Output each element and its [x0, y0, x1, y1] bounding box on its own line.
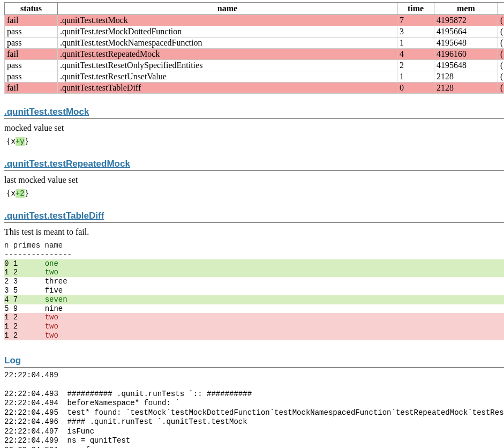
cell-mem: 4195648: [434, 60, 498, 71]
log-heading: Log: [4, 355, 504, 368]
cell-time: 4: [397, 49, 434, 60]
diff-post: }: [25, 189, 29, 198]
tablediff-row: 1 2 two: [4, 268, 504, 277]
table-row: fail.qunitTest.testRepeatedMock44196160(: [5, 49, 505, 60]
table-row: pass.qunitTest.testMockNamespacedFunctio…: [5, 38, 505, 49]
log-output: 22:22:04.489 22:22:04.493 ########## .qu…: [4, 371, 504, 448]
cell-extra: (: [498, 49, 505, 60]
col-name: name: [58, 3, 397, 15]
cell-extra: (: [498, 60, 505, 71]
cell-mem: 4195872: [434, 15, 498, 26]
tablediff-name: five: [45, 286, 63, 295]
diff-pre: {x: [6, 189, 16, 198]
tablediff-name: two: [45, 331, 58, 340]
results-header-row: status name time mem: [5, 3, 505, 15]
table-row: pass.qunitTest.testResetUnsetValue12128(: [5, 71, 505, 83]
tablediff-name: nine: [45, 304, 63, 313]
tablediff-row: 1 2 two: [4, 331, 504, 340]
tablediff-row: 0 1 one: [4, 259, 504, 268]
table-row: fail.qunitTest.testMock74195872(: [5, 15, 505, 26]
cell-status: fail: [5, 83, 58, 94]
tablediff-row: 5 9 nine: [4, 304, 504, 313]
table-row: pass.qunitTest.testMockDottedFunction341…: [5, 26, 505, 38]
cell-time: 0: [397, 83, 434, 94]
table-row: fail.qunitTest.testTableDiff02128(: [5, 83, 505, 94]
section-title-mock: .qunitTest.testMock: [4, 107, 504, 119]
cell-time: 3: [397, 26, 434, 38]
diff-repeated: {x+2}: [6, 189, 504, 198]
tablediff-left: 4 7: [4, 295, 45, 304]
cell-status: pass: [5, 60, 58, 71]
cell-time: 2: [397, 60, 434, 71]
col-status: status: [5, 3, 58, 15]
section-link-repeated[interactable]: .qunitTest.testRepeatedMock: [4, 159, 130, 169]
section-link-mock[interactable]: .qunitTest.testMock: [4, 107, 89, 117]
tablediff-name: two: [45, 268, 58, 277]
section-desc-mock: mocked value set: [4, 123, 504, 133]
section-link-tablediff[interactable]: .qunitTest.testTableDiff: [4, 211, 104, 221]
tablediff-left: 1 2: [4, 268, 45, 277]
section-desc-tablediff: This test is meant to fail.: [4, 227, 504, 237]
tablediff-left: 0 1: [4, 259, 45, 268]
cell-mem: 4196160: [434, 49, 498, 60]
cell-name: .qunitTest.testMock: [58, 15, 397, 26]
tablediff-row: 3 5 five: [4, 286, 504, 295]
cell-time: 1: [397, 38, 434, 49]
cell-name: .qunitTest.testMockNamespacedFunction: [58, 38, 397, 49]
cell-extra: (: [498, 83, 505, 94]
cell-name: .qunitTest.testMockDottedFunction: [58, 26, 397, 38]
section-title-tablediff: .qunitTest.testTableDiff: [4, 211, 504, 223]
tablediff-left: 1 2: [4, 322, 45, 331]
tablediff-name: two: [45, 322, 58, 331]
cell-status: fail: [5, 15, 58, 26]
tablediff-row: 1 2 two: [4, 313, 504, 322]
tablediff-left: 3 5: [4, 286, 45, 295]
tablediff-row: 4 7 seven: [4, 295, 504, 304]
cell-status: pass: [5, 26, 58, 38]
diff-add: +y: [16, 137, 25, 146]
cell-extra: (: [498, 71, 505, 83]
diff-mock: {x+y}: [6, 137, 504, 146]
tablediff-row: 2 3 three: [4, 277, 504, 286]
cell-extra: (: [498, 38, 505, 49]
cell-extra: (: [498, 26, 505, 38]
tablediff-name: two: [45, 313, 58, 322]
cell-name: .qunitTest.testResetUnsetValue: [58, 71, 397, 83]
cell-mem: 2128: [434, 83, 498, 94]
diff-add: +2: [16, 189, 25, 198]
tablediff-name: one: [45, 259, 58, 268]
tablediff-left: 1 2: [4, 313, 45, 322]
tablediff-row: 1 2 two: [4, 322, 504, 331]
col-mem: mem: [434, 3, 498, 15]
tablediff-block: n primes name --------------- 0 1 one1 2…: [4, 241, 504, 340]
cell-status: pass: [5, 38, 58, 49]
tablediff-rule: ---------------: [4, 250, 504, 259]
cell-status: pass: [5, 71, 58, 83]
cell-mem: 4195664: [434, 26, 498, 38]
tablediff-left: 5 9: [4, 304, 45, 313]
results-table: status name time mem fail.qunitTest.test…: [4, 2, 504, 94]
diff-pre: {x: [6, 137, 16, 146]
cell-name: .qunitTest.testTableDiff: [58, 83, 397, 94]
tablediff-name: seven: [45, 295, 67, 304]
cell-mem: 4195648: [434, 38, 498, 49]
section-desc-repeated: last mocked value set: [4, 175, 504, 185]
cell-name: .qunitTest.testResetOnlySpecifiedEntitie…: [58, 60, 397, 71]
cell-name: .qunitTest.testRepeatedMock: [58, 49, 397, 60]
cell-status: fail: [5, 49, 58, 60]
section-title-repeated: .qunitTest.testRepeatedMock: [4, 159, 504, 171]
table-row: pass.qunitTest.testResetOnlySpecifiedEnt…: [5, 60, 505, 71]
cell-extra: (: [498, 15, 505, 26]
cell-mem: 2128: [434, 71, 498, 83]
tablediff-left: 2 3: [4, 277, 45, 286]
col-time: time: [397, 3, 434, 15]
col-extra: [498, 3, 505, 15]
cell-time: 7: [397, 15, 434, 26]
tablediff-name: three: [45, 277, 67, 286]
diff-post: }: [25, 137, 29, 146]
tablediff-header: n primes name: [4, 241, 504, 250]
cell-time: 1: [397, 71, 434, 83]
tablediff-left: 1 2: [4, 331, 45, 340]
